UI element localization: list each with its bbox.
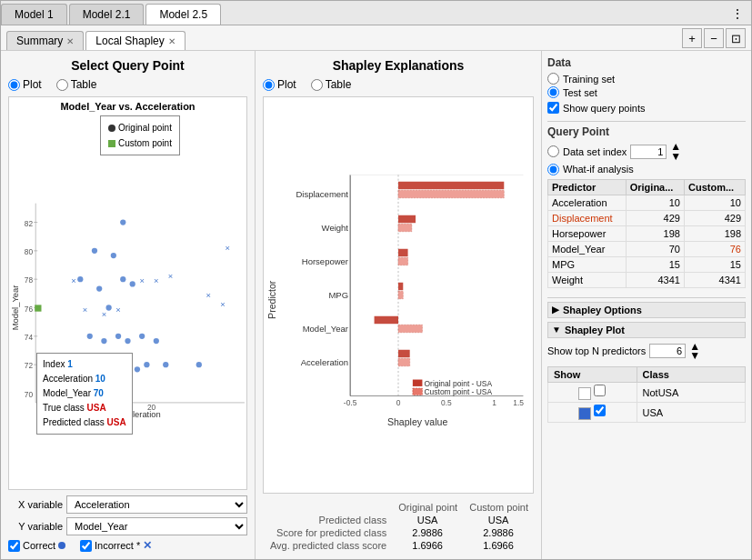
show-col-header: Show: [548, 367, 637, 383]
main-window: Model 1 Model 2.1 Model 2.5 ⋮ Summary ✕ …: [0, 0, 752, 560]
score-row-score: Score for predicted class 2.9886 2.9886: [263, 526, 534, 539]
svg-rect-74: [398, 291, 403, 298]
svg-text:82: 82: [25, 219, 34, 228]
show-query-points-checkbox[interactable]: [547, 102, 559, 114]
svg-text:×: ×: [102, 309, 106, 319]
svg-text:×: ×: [206, 290, 210, 300]
y-variable-select[interactable]: Model_Year: [66, 517, 247, 535]
zoom-in-button[interactable]: +: [682, 28, 702, 48]
svg-point-20: [77, 276, 83, 282]
shapley-options-label: Shapley Options: [563, 305, 642, 315]
svg-rect-81: [413, 388, 423, 395]
more-tabs-button[interactable]: ⋮: [724, 3, 751, 25]
original-col-header: Origina...: [626, 179, 684, 195]
left-radio-plot[interactable]: Plot: [8, 78, 42, 91]
data-section-title: Data: [547, 56, 746, 69]
svg-point-27: [87, 334, 93, 339]
svg-text:×: ×: [225, 243, 229, 253]
pred-col-header: Predictor: [548, 179, 627, 195]
index-input[interactable]: [630, 145, 667, 159]
shapley-view-mode-group: Plot Table: [263, 78, 534, 91]
svg-point-25: [96, 285, 102, 291]
summary-tab-label: Summary: [16, 35, 63, 47]
show-top-n-label: Show top N predictors: [547, 345, 646, 356]
shapley-radio-table[interactable]: Table: [311, 78, 352, 91]
correct-checkbox-label[interactable]: Correct: [8, 540, 65, 552]
tab-model21[interactable]: Model 2.1: [69, 4, 145, 25]
svg-text:1: 1: [492, 398, 496, 407]
training-set-radio-label[interactable]: Training set: [547, 73, 746, 85]
svg-rect-70: [398, 224, 412, 231]
svg-point-34: [144, 362, 149, 367]
svg-rect-72: [398, 257, 408, 265]
shapley-options-header[interactable]: ▶ Shapley Options: [547, 302, 746, 318]
usa-swatch: [578, 407, 591, 420]
incorrect-checkbox[interactable]: [80, 540, 92, 552]
svg-text:MPG: MPG: [328, 290, 348, 300]
tab-model25[interactable]: Model 2.5: [145, 4, 221, 25]
top-n-row: Show top N predictors ▲▼: [547, 342, 746, 362]
left-panel: Select Query Point Plot Table Model_Year…: [1, 51, 256, 559]
svg-text:Model_Year: Model_Year: [10, 285, 20, 331]
svg-point-32: [154, 338, 159, 344]
svg-point-22: [111, 253, 116, 258]
svg-point-24: [130, 281, 135, 286]
svg-rect-75: [375, 316, 398, 324]
svg-rect-69: [398, 215, 416, 223]
svg-point-28: [101, 338, 106, 344]
query-point-mode-group: Data set index ▲▼ What-if analysis: [547, 142, 746, 175]
shapley-options-arrow-icon: ▶: [552, 305, 559, 315]
y-variable-row: Y variable Model_Year: [8, 517, 247, 535]
score-table: Original point Custom point Predicted cl…: [263, 501, 534, 552]
restore-button[interactable]: ⊡: [726, 28, 746, 48]
svg-point-29: [115, 334, 121, 339]
score-data-table: Original point Custom point Predicted cl…: [263, 501, 534, 552]
left-radio-table[interactable]: Table: [56, 78, 97, 91]
data-set-index-radio-label[interactable]: Data set index ▲▼: [547, 142, 746, 162]
svg-point-36: [196, 362, 202, 367]
summary-tab-close[interactable]: ✕: [66, 36, 74, 46]
test-set-radio[interactable]: [547, 86, 559, 98]
what-if-radio[interactable]: [547, 164, 559, 175]
tab-model1[interactable]: Model 1: [1, 4, 67, 25]
svg-text:×: ×: [168, 271, 173, 281]
pred-row-mpg: MPG 15 15: [548, 256, 746, 272]
test-set-radio-label[interactable]: Test set: [547, 86, 746, 98]
svg-text:×: ×: [115, 305, 120, 315]
svg-text:-0.5: -0.5: [344, 398, 357, 407]
data-source-group: Training set Test set: [547, 73, 746, 98]
shapley-radio-plot[interactable]: Plot: [263, 78, 296, 91]
svg-rect-68: [398, 190, 504, 197]
incorrect-label: Incorrect *: [95, 540, 140, 551]
svg-text:Acceleration: Acceleration: [301, 357, 348, 367]
svg-point-35: [135, 366, 140, 372]
usa-class-name: USA: [637, 403, 745, 423]
top-n-spinner[interactable]: ▲▼: [689, 342, 700, 362]
tab-local-shapley[interactable]: Local Shapley ✕: [85, 31, 185, 50]
data-set-index-radio[interactable]: [547, 145, 559, 157]
svg-rect-71: [398, 249, 408, 256]
tab-summary[interactable]: Summary ✕: [6, 31, 84, 50]
local-shapley-tab-close[interactable]: ✕: [168, 36, 175, 46]
notusa-checkbox[interactable]: [594, 385, 606, 396]
training-set-radio[interactable]: [547, 73, 559, 85]
pred-row-weight: Weight 4341 4341: [548, 272, 746, 287]
shapley-plot-header[interactable]: ▼ Shapley Plot: [547, 322, 746, 338]
index-spinner[interactable]: ▲▼: [670, 142, 681, 162]
correct-checkbox[interactable]: [8, 540, 20, 552]
svg-text:Original point - USA: Original point - USA: [425, 379, 493, 388]
score-col-custom: Custom point: [463, 501, 534, 514]
zoom-out-button[interactable]: −: [704, 28, 724, 48]
svg-text:Shapley value: Shapley value: [387, 416, 447, 427]
top-n-input[interactable]: [649, 344, 686, 358]
incorrect-checkbox-label[interactable]: Incorrect * ✕: [80, 539, 152, 552]
svg-text:72: 72: [25, 361, 34, 370]
sub-tab-bar: Summary ✕ Local Shapley ✕ + − ⊡: [1, 25, 751, 51]
middle-panel: Shapley Explanations Plot Table Predicto…: [256, 51, 542, 559]
x-variable-select[interactable]: Acceleration: [66, 495, 247, 514]
svg-rect-67: [398, 182, 504, 189]
shapley-plot-label: Shapley Plot: [565, 325, 625, 335]
what-if-radio-label[interactable]: What-if analysis: [547, 164, 746, 175]
usa-checkbox[interactable]: [594, 405, 606, 416]
correct-label: Correct: [23, 540, 55, 551]
